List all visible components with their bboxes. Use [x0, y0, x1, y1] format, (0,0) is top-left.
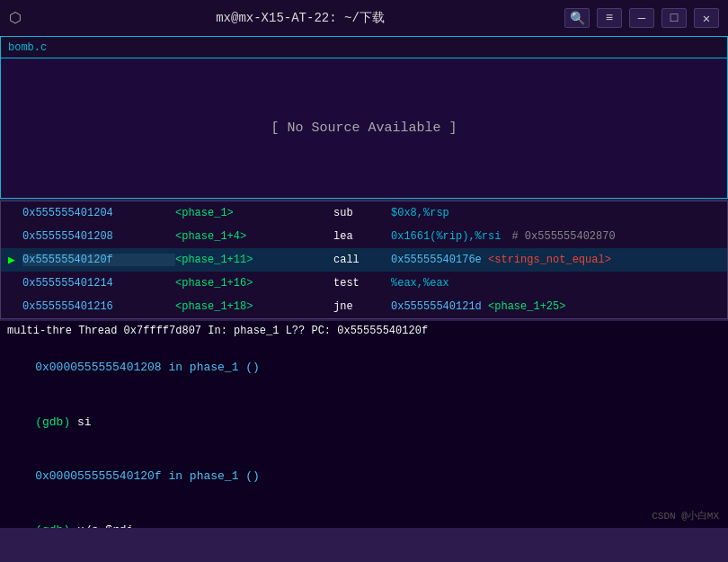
asm-func: <phase_1+11> [175, 254, 319, 266]
asm-func: <phase_1+4> [175, 230, 319, 243]
asm-addr: 0x555555401208 [22, 230, 175, 243]
gdb-command: x/s $rdi [77, 523, 133, 528]
asm-addr: 0x555555401214 [22, 277, 175, 290]
maximize-button[interactable]: □ [661, 8, 687, 28]
terminal-line: (gdb) si [7, 395, 721, 449]
asm-instr: call [319, 254, 391, 266]
window-controls: 🔍 ≡ — □ ✕ [564, 8, 719, 28]
menu-button[interactable]: ≡ [597, 8, 622, 28]
asm-operands: 0x55555540176e <strings_not_equal> [391, 254, 720, 266]
status-bar: multi-thre Thread 0x7ffff7d807 In: phase… [7, 325, 721, 337]
addr-line: 0x000055555540120f in phase_1 () [35, 469, 260, 483]
asm-operands: 0x55555540121d <phase_1+25> [391, 300, 720, 313]
gdb-prompt: (gdb) [35, 415, 77, 429]
terminal-line: 0x000055555540120f in phase_1 () [7, 450, 721, 504]
asm-operands: 0x1661(%rip),%rsi# 0x555555402870 [391, 230, 720, 243]
terminal-panel: multi-thre Thread 0x7ffff7d807 In: phase… [0, 321, 728, 528]
window-title: mx@mx-X15-AT-22: ~/下载 [36, 10, 564, 26]
asm-panel: 0x555555401204 <phase_1> sub $0x8,%rsp 0… [0, 201, 728, 319]
asm-addr: 0x555555401204 [22, 207, 175, 219]
asm-addr-current: 0x55555540120f [22, 254, 175, 266]
current-indicator: ▶ [8, 253, 22, 267]
addr-line: 0x0000555555401208 in phase_1 () [35, 361, 260, 374]
asm-operands: %eax,%eax [391, 277, 720, 290]
source-content: [ No Source Available ] [1, 58, 727, 198]
current-arrow [8, 207, 22, 220]
terminal-line: 0x0000555555401208 in phase_1 () [7, 341, 721, 395]
asm-instr: test [319, 277, 391, 290]
source-tab-bar: bomb.c [1, 37, 727, 58]
asm-addr: 0x555555401216 [22, 300, 175, 313]
asm-instr: jne [319, 300, 391, 313]
gdb-command: si [77, 415, 92, 429]
asm-row-current: ▶ 0x55555540120f <phase_1+11> call 0x555… [1, 248, 727, 272]
close-button[interactable]: ✕ [694, 8, 719, 28]
asm-row: 0x555555401208 <phase_1+4> lea 0x1661(%r… [1, 225, 727, 248]
search-button[interactable]: 🔍 [564, 8, 590, 28]
asm-row: 0x555555401214 <phase_1+16> test %eax,%e… [1, 272, 727, 295]
terminal-line: (gdb) x/s $rdi [7, 504, 721, 528]
asm-func: <phase_1+16> [175, 277, 319, 290]
source-panel: bomb.c [ No Source Available ] [0, 36, 728, 199]
terminal-icon: ⬡ [9, 9, 36, 27]
minimize-button[interactable]: — [629, 8, 654, 28]
asm-instr: sub [319, 207, 391, 219]
no-source-text: [ No Source Available ] [271, 120, 457, 136]
current-arrow [8, 277, 22, 290]
asm-func: <phase_1> [175, 207, 319, 219]
gdb-prompt: (gdb) [35, 523, 77, 528]
current-arrow [8, 300, 22, 314]
asm-row: 0x555555401204 <phase_1> sub $0x8,%rsp [1, 201, 727, 225]
asm-func: <phase_1+18> [175, 300, 319, 313]
asm-operands: $0x8,%rsp [391, 207, 720, 219]
source-tab-label[interactable]: bomb.c [8, 41, 47, 54]
titlebar: ⬡ mx@mx-X15-AT-22: ~/下载 🔍 ≡ — □ ✕ [0, 0, 728, 36]
current-arrow [8, 230, 22, 244]
asm-row: 0x555555401216 <phase_1+18> jne 0x555555… [1, 295, 727, 318]
asm-instr: lea [319, 230, 391, 243]
watermark: CSDN @小白MX [652, 509, 719, 522]
